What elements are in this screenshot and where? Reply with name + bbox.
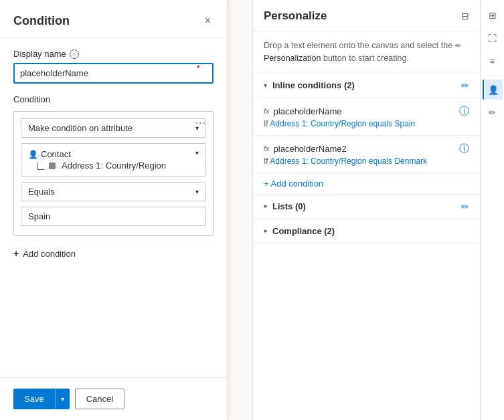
equals-dropdown[interactable]: Equals ▾ (21, 182, 206, 201)
toolbar-grid-button[interactable]: ⛶ (483, 28, 503, 48)
lists-edit-icon[interactable]: ✏ (461, 201, 469, 212)
more-options-icon[interactable]: ··· (195, 117, 206, 129)
display-name-wrapper: * (13, 63, 214, 84)
condition-header: Condition × (0, 0, 227, 38)
connector-line (37, 162, 44, 170)
fx-badge-1: fx (264, 107, 270, 115)
compliance-section[interactable]: ▾ Compliance (2) (253, 219, 480, 243)
inline-conditions-section[interactable]: ▾ Inline conditions (2) ✏ (253, 74, 480, 98)
personalization-icon-inline: ✏ (455, 41, 461, 49)
personalize-panel: Personalize ⊟ Drop a text element onto t… (252, 0, 480, 420)
required-star: * (197, 63, 200, 74)
toolbar-add-button[interactable]: ⊞ (483, 5, 503, 25)
make-condition-dropdown[interactable]: Make condition on attribute ▾ (21, 118, 206, 138)
save-button[interactable]: Save (13, 389, 55, 409)
field-icon (49, 163, 56, 169)
edit-icon: ✏ (489, 108, 496, 118)
cancel-button[interactable]: Cancel (75, 389, 124, 409)
lists-chevron-icon: ▾ (262, 205, 269, 208)
equals-chevron-down-icon: ▾ (195, 188, 199, 195)
attribute-chevron-down-icon: ▾ (195, 149, 199, 156)
condition-item-2-name: placeholderName2 (274, 144, 459, 154)
right-toolbar: ⊞ ⛶ ≡ 👤 ✏ (480, 0, 504, 420)
equals-label: Equals (28, 187, 55, 197)
person-toolbar-icon: 👤 (488, 85, 499, 95)
condition-item-1-info-button[interactable]: ⓘ (459, 105, 469, 118)
compliance-title: Compliance (2) (272, 226, 469, 236)
condition-item-2-header: fx placeholderName2 ⓘ (264, 142, 469, 155)
condition-item-1-link[interactable]: Address 1: Country/Region equals Spain (270, 119, 415, 128)
personalize-header-icon[interactable]: ⊟ (461, 11, 469, 21)
condition-footer: Save ▾ Cancel (0, 377, 227, 420)
condition-item-2-info-button[interactable]: ⓘ (459, 142, 469, 155)
personalize-description: Drop a text element onto the canvas and … (253, 31, 480, 74)
condition-item-2: fx placeholderName2 ⓘ If Address 1: Coun… (253, 136, 480, 173)
condition-item-1-header: fx placeholderName ⓘ (264, 105, 469, 118)
personalize-title: Personalize (264, 9, 327, 23)
add-condition-label: Add condition (23, 249, 76, 259)
inline-conditions-edit-icon[interactable]: ✏ (461, 80, 469, 91)
plus-icon: + (13, 248, 19, 259)
lists-section[interactable]: ▾ Lists (0) ✏ (253, 195, 480, 219)
add-condition-panel-button[interactable]: + Add condition (253, 173, 480, 195)
condition-dialog: Condition × Display name i * Condition ·… (0, 0, 228, 420)
personalize-header: Personalize ⊟ (253, 0, 480, 31)
attribute-field-row: Address 1: Country/Region (28, 161, 166, 171)
list-icon: ≡ (490, 56, 495, 66)
fx-badge-2: fx (264, 144, 270, 152)
condition-item-2-desc: If Address 1: Country/Region equals Denm… (264, 156, 469, 166)
person-icon: 👤 (28, 150, 37, 159)
inline-conditions-chevron-icon: ▾ (264, 82, 267, 89)
inline-conditions-title: Inline conditions (2) (272, 80, 461, 90)
lists-title: Lists (0) (272, 201, 461, 211)
condition-title: Condition (13, 14, 70, 28)
contact-row: 👤 Contact (28, 149, 166, 159)
condition-body: Display name i * Condition ··· Make cond… (0, 38, 227, 377)
toolbar-person-button[interactable]: 👤 (483, 80, 503, 100)
close-button[interactable]: × (202, 12, 214, 29)
display-name-label: Display name i (13, 49, 214, 59)
add-condition-panel-label: + Add condition (264, 179, 323, 189)
display-name-info-icon: i (70, 49, 79, 59)
condition-section-label: Condition (13, 94, 214, 104)
attribute-selector-content: 👤 Contact Address 1: Country/Region (28, 149, 166, 171)
condition-item-1: fx placeholderName ⓘ If Address 1: Count… (253, 98, 480, 136)
value-input[interactable] (21, 207, 206, 226)
toolbar-list-button[interactable]: ≡ (483, 51, 503, 71)
toolbar-divider (486, 75, 499, 76)
condition-box: ··· Make condition on attribute ▾ 👤 Cont… (13, 111, 214, 236)
add-icon: ⊞ (489, 10, 497, 21)
personalization-bold-label: Personalization (264, 54, 321, 63)
save-btn-group: Save ▾ (13, 389, 70, 409)
attribute-field-label: Address 1: Country/Region (62, 161, 166, 171)
contact-label: Contact (41, 149, 71, 159)
make-condition-label: Make condition on attribute (28, 123, 133, 133)
condition-item-1-desc: If Address 1: Country/Region equals Spai… (264, 119, 469, 128)
grid-icon: ⛶ (488, 33, 497, 43)
condition-item-1-name: placeholderName (274, 106, 459, 116)
display-name-input[interactable] (13, 63, 214, 84)
save-dropdown-button[interactable]: ▾ (55, 389, 70, 409)
canvas-area: ⚙ (228, 0, 252, 420)
compliance-chevron-icon: ▾ (262, 229, 269, 233)
condition-item-2-link[interactable]: Address 1: Country/Region equals Denmark (270, 156, 427, 166)
toolbar-edit-button[interactable]: ✏ (483, 102, 503, 122)
attribute-selector[interactable]: 👤 Contact Address 1: Country/Region ▾ (21, 143, 206, 177)
add-condition-button[interactable]: + Add condition (13, 245, 76, 261)
